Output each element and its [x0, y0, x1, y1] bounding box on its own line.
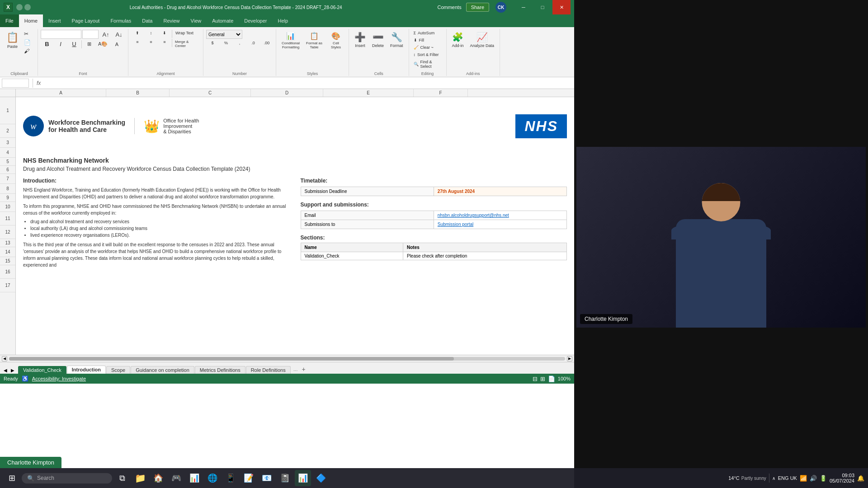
onenote-btn[interactable]: 📓 — [277, 470, 293, 486]
row-num-2[interactable]: 2 — [0, 124, 15, 138]
tab-role-definitions[interactable]: Role Definitions — [246, 366, 291, 374]
excel-taskbar-btn[interactable]: 📊 — [295, 470, 311, 486]
align-top-btn[interactable]: ⬆ — [131, 30, 144, 38]
clock-area[interactable]: 09:03 05/07/2024 — [830, 473, 854, 483]
cut-btn[interactable]: ✂ — [22, 30, 35, 38]
increase-decimal-btn[interactable]: .0 — [247, 40, 259, 46]
underline-btn[interactable]: U — [68, 40, 80, 48]
tab-view[interactable]: View — [185, 14, 207, 27]
app5-btn[interactable]: 📝 — [241, 470, 257, 486]
scroll-track[interactable] — [9, 357, 565, 361]
font-name-input[interactable]: Calibri — [41, 30, 81, 39]
email-value-cell[interactable]: nhsbn.alcoholdrugsupport@nhs.net — [434, 211, 566, 220]
tab-insert[interactable]: Insert — [43, 14, 66, 27]
tab-file[interactable]: File — [0, 14, 19, 27]
row-num-12[interactable]: 12 — [0, 225, 15, 239]
accessibility-status[interactable]: Accessibility: Investigate — [32, 376, 86, 381]
tab-validation-check[interactable]: Validation_Check — [18, 366, 66, 374]
redo-btn[interactable] — [24, 4, 31, 10]
clear-btn[interactable]: 🧹Clear ~ — [412, 44, 443, 51]
align-middle-btn[interactable]: ↕ — [145, 30, 157, 38]
row-num-3[interactable]: 3 — [0, 138, 15, 148]
delete-cells-btn[interactable]: ➖ Delete — [369, 30, 387, 50]
comments-btn[interactable]: Comments — [437, 5, 461, 10]
app4-btn[interactable]: 📱 — [222, 470, 239, 486]
app3-btn[interactable]: 📊 — [186, 470, 203, 486]
volume-icon[interactable]: 🔊 — [810, 475, 817, 482]
bold-btn[interactable]: B — [41, 40, 53, 48]
analyze-data-btn[interactable]: 📈 Analyze Data — [467, 30, 497, 50]
tab-next-btn[interactable]: ▶ — [9, 366, 16, 374]
expand-tray-btn[interactable]: ∧ — [772, 476, 775, 481]
sort-filter-btn[interactable]: ↕Sort & Filter — [412, 52, 443, 58]
conditional-formatting-btn[interactable]: 📊 Conditional Formatting — [279, 30, 302, 51]
font-color-btn[interactable]: A — [110, 41, 123, 48]
paste-btn[interactable]: 📋 Paste — [4, 30, 21, 51]
battery-icon[interactable]: 🔋 — [820, 475, 827, 482]
close-btn[interactable]: ✕ — [552, 0, 571, 14]
formula-input[interactable]: Submission portal — [44, 79, 572, 88]
wifi-icon[interactable]: 📶 — [800, 475, 807, 482]
cell-styles-btn[interactable]: 🎨 Cell Styles — [326, 30, 346, 51]
app2-btn[interactable]: 🎮 — [168, 470, 184, 486]
maximize-btn[interactable]: □ — [533, 0, 552, 14]
border-btn[interactable]: ⊞ — [83, 40, 95, 48]
wrap-text-btn[interactable]: Wrap Text — [173, 30, 196, 38]
row-num-13[interactable]: 13 — [0, 239, 15, 247]
tab-metrics-definitions[interactable]: Metrics Definitions — [195, 366, 245, 374]
row-num-17[interactable]: 17 — [0, 279, 15, 292]
edge-btn[interactable]: 🔷 — [313, 470, 329, 486]
file-explorer-btn[interactable]: 📁 — [132, 470, 148, 486]
col-header-e[interactable]: E — [323, 89, 414, 97]
row-num-5[interactable]: 5 — [0, 158, 15, 166]
scroll-right-btn[interactable]: ▶ — [567, 356, 572, 361]
tab-help[interactable]: Help — [272, 14, 293, 27]
align-right-btn[interactable]: ≡ — [158, 39, 171, 49]
number-format-select[interactable]: General — [206, 30, 242, 39]
fill-color-btn[interactable]: A🎨 — [96, 40, 109, 48]
tab-introduction[interactable]: Introduction — [67, 366, 106, 374]
align-center-btn[interactable]: ≡ — [145, 39, 157, 49]
tab-home[interactable]: Home — [19, 14, 43, 27]
tab-formulas[interactable]: Formulas — [105, 14, 137, 27]
tab-ellipsis[interactable]: … — [292, 365, 299, 374]
submissions-value-cell[interactable]: Submission portal — [434, 220, 566, 229]
align-bottom-btn[interactable]: ⬇ — [158, 30, 171, 38]
row-num-7[interactable]: 7 — [0, 174, 15, 184]
cell-ref-input[interactable]: E15 — [2, 79, 29, 88]
tab-review[interactable]: Review — [158, 14, 185, 27]
col-header-c[interactable]: C — [170, 89, 251, 97]
tab-automate[interactable]: Automate — [207, 14, 239, 27]
row-num-6[interactable]: 6 — [0, 166, 15, 174]
scroll-thumb[interactable] — [9, 357, 454, 361]
tab-developer[interactable]: Developer — [239, 14, 272, 27]
outlook-btn[interactable]: 📧 — [259, 470, 275, 486]
autosum-btn[interactable]: ΣAutoSum — [412, 30, 443, 36]
col-header-f[interactable]: F — [414, 89, 468, 97]
fill-btn[interactable]: ⬇Fill — [412, 37, 443, 43]
row-num-8[interactable]: 8 — [0, 184, 15, 194]
row-num-4[interactable]: 4 — [0, 148, 15, 158]
col-header-a[interactable]: A — [16, 89, 106, 97]
tab-page-layout[interactable]: Page Layout — [66, 14, 105, 27]
tab-guidance[interactable]: Guidance on completion — [131, 366, 194, 374]
format-painter-btn[interactable]: 🖌 — [22, 47, 35, 55]
insert-cells-btn[interactable]: ➕ Insert — [352, 30, 368, 50]
add-sheet-btn[interactable]: + — [299, 365, 308, 374]
view-normal-btn[interactable]: ⊟ — [533, 375, 538, 382]
share-btn[interactable]: Share — [466, 3, 489, 12]
chrome-btn[interactable]: 🌐 — [204, 470, 221, 486]
tab-data[interactable]: Data — [137, 14, 158, 27]
view-page-break-btn[interactable]: 📄 — [548, 375, 555, 382]
format-cells-btn[interactable]: 🔧 Format — [387, 30, 406, 50]
tab-prev-btn[interactable]: ◀ — [2, 366, 9, 374]
col-header-b[interactable]: B — [106, 89, 170, 97]
task-view-btn[interactable]: ⧉ — [114, 470, 130, 486]
font-size-input[interactable]: 11 — [82, 30, 99, 39]
align-left-btn[interactable]: ≡ — [131, 39, 144, 49]
merge-center-btn[interactable]: Merge & Center — [173, 39, 200, 49]
app1-btn[interactable]: 🏠 — [150, 470, 166, 486]
percent-btn[interactable]: % — [220, 40, 232, 46]
copy-btn[interactable]: 📄 — [22, 38, 35, 47]
horizontal-scrollbar[interactable]: ◀ ▶ — [0, 355, 574, 362]
